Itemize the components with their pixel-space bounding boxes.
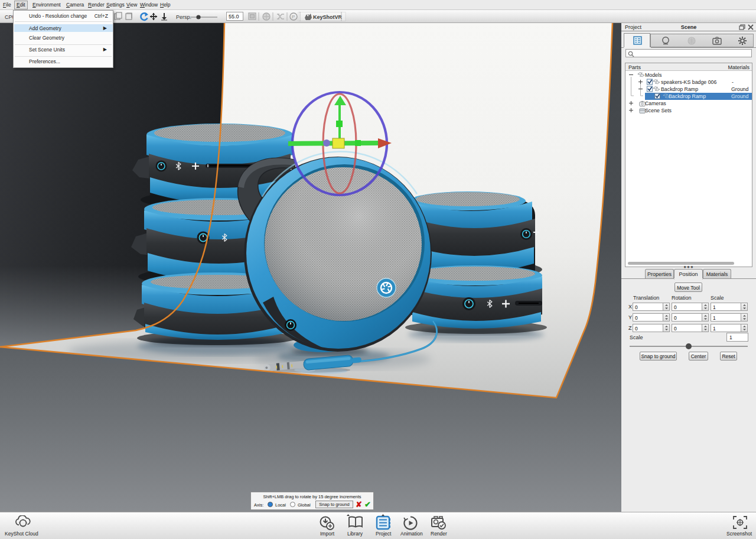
svg-text:Backdrop Ramp: Backdrop Ramp <box>669 93 706 99</box>
svg-text:KeyShotVR: KeyShotVR <box>313 14 343 20</box>
svg-text:Ground: Ground <box>731 93 748 99</box>
svg-text:Backdrop Ramp: Backdrop Ramp <box>661 86 698 92</box>
svg-text:Ground: Ground <box>731 86 748 92</box>
svg-text:speakers-KS badge 006: speakers-KS badge 006 <box>661 79 716 85</box>
svg-text:P: P <box>292 14 295 20</box>
svg-text:-: - <box>732 79 734 85</box>
svg-text:Scene Sets: Scene Sets <box>645 108 672 113</box>
svg-text:Cameras: Cameras <box>645 100 666 106</box>
svg-text:Models: Models <box>645 72 662 78</box>
